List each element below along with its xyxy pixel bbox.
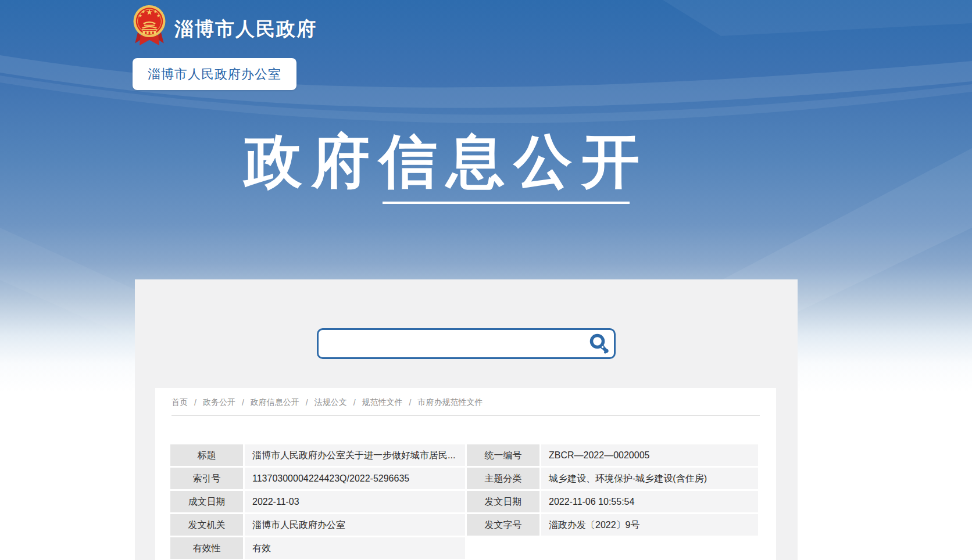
row-value: 2022-11-03 xyxy=(245,491,465,512)
row-value: 2022-11-06 10:55:54 xyxy=(541,491,758,512)
breadcrumb-item-shifuban[interactable]: 市府办规范性文件 xyxy=(417,397,483,408)
page-title: 政府信息公开 xyxy=(244,123,648,202)
doc-info-right-column: 统一编号 ZBCR—2022—0020005 主题分类 城乡建设、环境保护-城乡… xyxy=(467,444,758,537)
table-row-validity: 有效性 有效 xyxy=(170,537,465,559)
search-button[interactable] xyxy=(587,330,614,357)
row-label: 发文日期 xyxy=(467,491,539,512)
office-badge[interactable]: 淄博市人民政府办公室 xyxy=(133,58,296,90)
table-row-written-date: 成文日期 2022-11-03 xyxy=(170,491,465,512)
site-name: 淄博市人民政府 xyxy=(174,16,317,42)
document-card: 首页 / 政务公开 / 政府信息公开 / 法规公文 / 规范性文件 / 市府办规… xyxy=(155,388,776,560)
site-brand: 淄博市人民政府 xyxy=(133,5,317,48)
row-label: 有效性 xyxy=(170,537,243,559)
search-icon xyxy=(587,332,610,356)
table-row-issuing-agency: 发文机关 淄博市人民政府办公室 xyxy=(170,514,465,536)
content-panel: 首页 / 政务公开 / 政府信息公开 / 法规公文 / 规范性文件 / 市府办规… xyxy=(135,279,798,560)
breadcrumb-separator: / xyxy=(242,398,244,407)
breadcrumb-item-fagui[interactable]: 法规公文 xyxy=(315,397,347,408)
search-input[interactable] xyxy=(319,330,587,357)
row-value: 淄博市人民政府办公室关于进一步做好城市居民... xyxy=(245,444,465,466)
row-label: 索引号 xyxy=(170,468,243,489)
breadcrumb-item-zhengwu[interactable]: 政务公开 xyxy=(203,397,235,408)
row-label: 统一编号 xyxy=(467,444,539,466)
doc-info-left-column: 标题 淄博市人民政府办公室关于进一步做好城市居民... 索引号 11370300… xyxy=(170,444,465,560)
table-row-document-number: 发文字号 淄政办发〔2022〕9号 xyxy=(467,514,758,536)
row-value: 11370300004224423Q/2022-5296635 xyxy=(245,468,465,489)
row-label: 发文字号 xyxy=(467,514,539,536)
office-badge-label: 淄博市人民政府办公室 xyxy=(148,66,281,83)
row-value: 淄政办发〔2022〕9号 xyxy=(541,514,758,536)
breadcrumb-item-guifanxing[interactable]: 规范性文件 xyxy=(362,397,403,408)
table-row-title: 标题 淄博市人民政府办公室关于进一步做好城市居民... xyxy=(170,444,465,466)
breadcrumb-separator: / xyxy=(306,398,308,407)
row-value: ZBCR—2022—0020005 xyxy=(541,444,758,466)
breadcrumb-item-xinxi[interactable]: 政府信息公开 xyxy=(251,397,299,408)
table-row-unified-number: 统一编号 ZBCR—2022—0020005 xyxy=(467,444,758,466)
row-value: 有效 xyxy=(245,537,465,559)
title-underline xyxy=(383,202,630,204)
row-label: 主题分类 xyxy=(467,468,539,489)
page: 淄博市人民政府 淄博市人民政府办公室 政府信息公开 首页 / xyxy=(0,0,972,560)
breadcrumb-divider xyxy=(171,415,760,416)
row-label: 标题 xyxy=(170,444,243,466)
table-row-issue-date: 发文日期 2022-11-06 10:55:54 xyxy=(467,491,758,512)
breadcrumb: 首页 / 政务公开 / 政府信息公开 / 法规公文 / 规范性文件 / 市府办规… xyxy=(171,397,760,408)
search-box xyxy=(317,328,616,359)
breadcrumb-separator: / xyxy=(409,398,412,407)
row-value: 城乡建设、环境保护-城乡建设(含住房) xyxy=(541,468,758,489)
breadcrumb-item-home[interactable]: 首页 xyxy=(171,397,188,408)
row-label: 发文机关 xyxy=(170,514,243,536)
table-row-subject-category: 主题分类 城乡建设、环境保护-城乡建设(含住房) xyxy=(467,468,758,489)
national-emblem-icon xyxy=(133,5,166,48)
breadcrumb-separator: / xyxy=(194,398,196,407)
row-label: 成文日期 xyxy=(170,491,243,512)
table-row-index-number: 索引号 11370300004224423Q/2022-5296635 xyxy=(170,468,465,489)
row-value: 淄博市人民政府办公室 xyxy=(245,514,465,536)
breadcrumb-separator: / xyxy=(353,398,356,407)
